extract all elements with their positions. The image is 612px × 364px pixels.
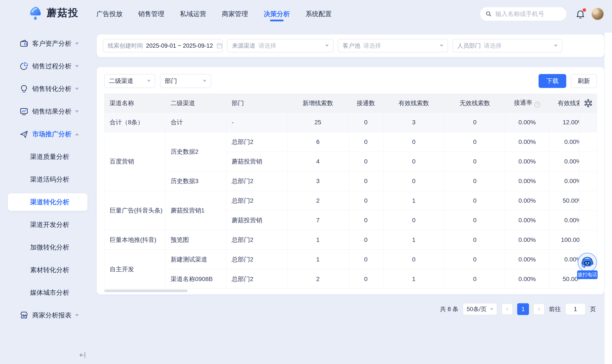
table-cell: 总部门2: [226, 230, 287, 250]
sidebar-subitem[interactable]: 渠道开发分析: [8, 213, 87, 236]
sidebar-subitem[interactable]: 渠道质量分析: [8, 145, 87, 168]
sidebar-item-label: 商家分析报表: [32, 311, 71, 320]
next-page-button[interactable]: [533, 303, 545, 315]
table-cell: 0: [383, 210, 444, 230]
sidebar-subitem[interactable]: 加微转化分析: [8, 236, 87, 259]
sidebar-subitem[interactable]: 素材转化分析: [8, 259, 87, 281]
table-cell: 0: [349, 230, 383, 250]
top-nav: 广告投放销售管理私域运营商家管理决策分析系统配置: [96, 0, 332, 28]
group-by-select-department[interactable]: 部门: [160, 74, 211, 88]
table-cell: 0: [444, 191, 505, 210]
chevron-down-icon: [75, 314, 79, 317]
pagination-total: 共 8 条: [440, 305, 458, 313]
sidebar-item-label: 客户资产分析: [32, 39, 71, 48]
sidebar-item[interactable]: 销售过程分析: [0, 55, 96, 78]
table-cell: 50.00%: [549, 191, 580, 210]
current-page-button[interactable]: 1: [517, 303, 529, 315]
table-cell: 0: [444, 113, 505, 132]
sidebar-item-label: 销售结果分析: [32, 107, 71, 116]
page-size-select[interactable]: 50条/页: [463, 303, 497, 315]
table-card: 二级渠道部门 下载 刷新 渠道名称二级渠道部门新增线索数接通数有效线索数无效线索…: [97, 67, 604, 294]
search-input[interactable]: [495, 11, 561, 17]
prev-page-button[interactable]: [502, 303, 513, 315]
table-cell: 巨量本地推(抖音): [104, 230, 165, 250]
sidebar-subitem[interactable]: 渠道转化分析: [8, 193, 87, 211]
top-nav-item[interactable]: 私域运营: [180, 0, 206, 28]
table-cell: 蘑菇投营销: [226, 152, 287, 171]
table-cell: 0: [349, 269, 383, 289]
table-cell: 0: [349, 250, 383, 269]
gear-icon[interactable]: [584, 99, 593, 107]
table-row: 自主开发新建测试渠道总部门210000.00%0.00%: [104, 250, 597, 269]
select-value: 二级渠道: [109, 77, 133, 85]
group-by-select-secondary-channel[interactable]: 二级渠道: [104, 74, 155, 88]
table-header-row: 渠道名称二级渠道部门新增线索数接通数有效线索数无效线索数接通率?有效线索率: [104, 94, 597, 113]
table-cell: 0: [383, 171, 444, 191]
sidebar: 客户资产分析销售过程分析销售转化分析销售结果分析市场推广分析渠道质量分析渠道活码…: [0, 28, 96, 364]
chevron-down-icon: [440, 45, 443, 47]
top-nav-item[interactable]: 决策分析: [264, 0, 290, 28]
sidebar-item[interactable]: 商家分析报表: [0, 304, 96, 326]
table-cell: 0: [444, 210, 505, 230]
filter-lead-created-time[interactable]: 线索创建时间2025-09-01 ~ 2025-09-12: [103, 39, 223, 52]
page-size-value: 50条/页: [467, 305, 487, 313]
filter-source-channel[interactable]: 来源渠道请选择: [227, 39, 333, 52]
table-cell: 0.00%: [549, 171, 580, 191]
filter-label: 客户池: [343, 42, 360, 50]
filter-label: 线索创建时间: [108, 42, 143, 50]
table-row: 百度营销历史数据2总部门260000.00%0.00%: [104, 132, 597, 152]
help-icon[interactable]: ?: [534, 102, 540, 107]
filter-label: 来源渠道: [232, 42, 256, 50]
top-nav-item[interactable]: 广告投放: [96, 0, 122, 28]
page-suffix: 页: [590, 305, 596, 313]
table-cell: [580, 230, 597, 250]
sidebar-item[interactable]: 市场推广分析: [0, 123, 96, 145]
table-cell: 0: [444, 230, 505, 250]
sidebar-subitem[interactable]: 渠道活码分析: [8, 168, 87, 191]
sidebar-item[interactable]: 客户资产分析: [0, 32, 96, 55]
filter-customer-pool[interactable]: 客户池请选择: [338, 39, 448, 52]
table-cell: 合计（8条）: [104, 113, 165, 132]
sidebar-item-label: 销售过程分析: [32, 62, 71, 71]
bulb-icon: [19, 84, 29, 94]
table-cell: 1: [383, 191, 444, 210]
table-cell: 12.00%: [549, 113, 580, 132]
ai-assistant-robot-icon[interactable]: [578, 253, 597, 272]
sidebar-item[interactable]: 销售结果分析: [0, 100, 96, 123]
column-header: 部门: [226, 94, 287, 113]
column-header: 接通数: [349, 94, 383, 113]
table-cell: 0.00%: [549, 210, 580, 230]
table-cell: 0.00%: [505, 230, 549, 250]
table-cell: 自主开发: [104, 250, 165, 289]
table-cell: 0.00%: [505, 113, 549, 132]
table-cell: 0: [349, 113, 383, 132]
sidebar-item[interactable]: 销售转化分析: [0, 78, 96, 100]
top-nav-item[interactable]: 销售管理: [138, 0, 164, 28]
table-cell: 0: [349, 132, 383, 152]
table-cell: 0.00%: [505, 191, 549, 210]
brand-logo[interactable]: 蘑菇投: [28, 5, 79, 20]
horizontal-scrollbar-thumb[interactable]: [104, 289, 188, 292]
user-avatar[interactable]: [591, 7, 604, 20]
top-nav-item[interactable]: 商家管理: [222, 0, 248, 28]
sidebar-collapse-icon[interactable]: [78, 351, 87, 360]
download-button[interactable]: 下载: [539, 74, 566, 88]
filter-value: 2025-09-01 ~ 2025-09-12: [146, 42, 213, 49]
call-button[interactable]: 拨打电话: [577, 270, 598, 279]
filter-placeholder: 请选择: [484, 42, 502, 50]
goto-page-input[interactable]: [565, 303, 586, 315]
sidebar-item-label: 市场推广分析: [32, 130, 71, 139]
refresh-button[interactable]: 刷新: [571, 74, 597, 88]
chevron-down-icon: [325, 45, 329, 47]
column-header: 有效线索率: [549, 94, 580, 113]
scrollbar-gutter: [605, 33, 612, 364]
table-cell: 0.00%: [549, 250, 580, 269]
top-nav-item[interactable]: 系统配置: [306, 0, 332, 28]
notification-bell[interactable]: [575, 9, 586, 20]
column-settings[interactable]: [580, 94, 597, 113]
table-cell: 1: [287, 250, 349, 269]
table-cell: 1: [287, 230, 349, 250]
table-cell: 合计: [165, 113, 226, 132]
filter-staff-department[interactable]: 人员部门请选择: [452, 39, 562, 52]
sidebar-subitem[interactable]: 媒体城市分析: [8, 281, 87, 304]
